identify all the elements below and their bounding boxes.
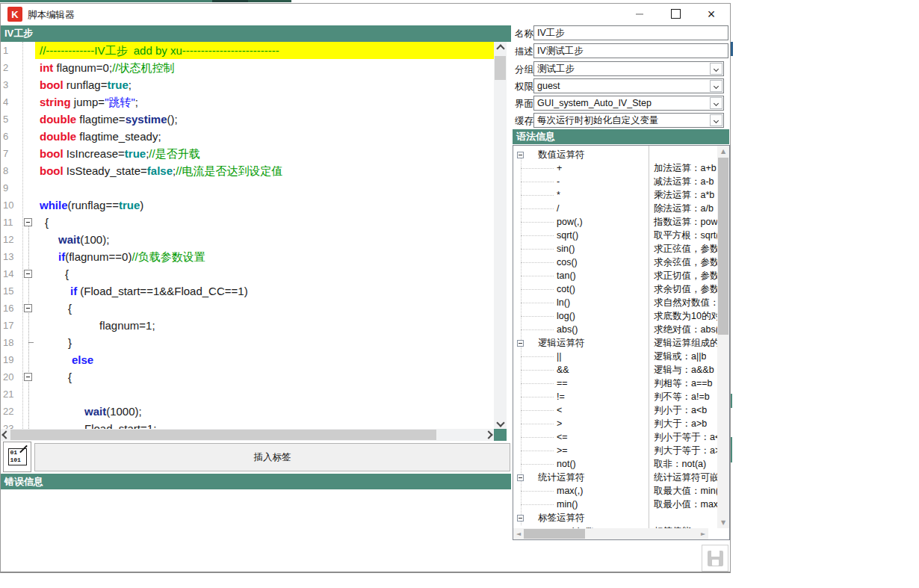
insert-tag-icon-button[interactable]: 01 101 — [3, 442, 31, 472]
combo-dropdown-button[interactable] — [710, 63, 722, 75]
syntax-tree-row[interactable]: ln()求自然对数值：ln(a) — [513, 296, 717, 309]
syntax-tree-row[interactable]: tan()求正切值，参数为角度制： — [513, 269, 717, 282]
save-button[interactable] — [702, 545, 728, 572]
syntax-tree-row[interactable]: >=判大于等于：a>=b — [513, 444, 717, 457]
syntax-tree-row[interactable]: 统计运算符统计运算符可嵌套使用，例 — [513, 471, 717, 484]
syntax-tree-row[interactable]: cos()求余弦值，参数为角度制： — [513, 256, 717, 269]
combo-dropdown-button[interactable] — [710, 97, 722, 109]
code-line[interactable]: 5double flagtime=systime(); — [1, 111, 494, 128]
syntax-tree-vertical-scrollbar[interactable]: ▲ ▼ — [717, 146, 729, 528]
fold-margin — [22, 334, 35, 351]
code-line[interactable]: 1//-------------IV工步 add by xu----------… — [1, 42, 494, 59]
syntax-tree-row[interactable]: 逻辑运算符逻辑运算组成的赋值表达式 — [513, 336, 717, 350]
syntax-tree-row[interactable]: *乘法运算：a*b — [513, 188, 717, 202]
tree-collapse-icon[interactable] — [517, 152, 524, 158]
syntax-tree-row[interactable]: /除法运算：a/b — [513, 202, 717, 215]
property-combobox[interactable]: GUI_system_Auto_IV_Step — [533, 96, 724, 111]
code-text: while(runflag==true) — [35, 196, 494, 214]
syntax-tree[interactable]: 数值运算符+加法运算：a+b-减法运算：a-b*乘法运算：a*b/除法运算：a/… — [513, 145, 730, 540]
fold-collapse-marker[interactable] — [24, 270, 32, 278]
editor-horizontal-scrollbar[interactable] — [1, 429, 494, 441]
syntax-item-label: abs() — [557, 323, 578, 336]
code-line[interactable]: 15if (Fload_start==1&&Fload_CC==1) — [1, 282, 494, 300]
code-line[interactable]: 23Fload_start=1; — [1, 420, 494, 429]
scroll-down-button[interactable]: ▼ — [717, 517, 729, 528]
code-line[interactable]: 21 — [1, 386, 494, 403]
syntax-tree-horizontal-scrollbar[interactable]: ◄ ► — [513, 528, 708, 539]
syntax-tree-row[interactable]: max(,)取最大值：min(a,b) — [513, 484, 717, 498]
syntax-tree-row[interactable]: not()取非：not(a) — [513, 457, 717, 471]
property-combobox[interactable]: 测试工步 — [533, 61, 724, 76]
scroll-down-button[interactable] — [494, 416, 507, 429]
syntax-tree-row[interactable]: ==判相等：a==b — [513, 377, 717, 390]
syntax-tree-row[interactable]: log()求底数为10的对数：cos(a — [513, 309, 717, 323]
code-line[interactable]: 13if(flagnum==0)//负载参数设置 — [1, 248, 494, 265]
scroll-up-button[interactable]: ▲ — [717, 146, 729, 157]
property-combobox[interactable]: guest — [533, 78, 724, 93]
syntax-tree-row[interactable]: >判大于：a>b — [513, 417, 717, 430]
syntax-tree-row[interactable]: sqrt()取平方根：sqrt(a) — [513, 229, 717, 242]
scrollbar-thumb[interactable] — [718, 158, 728, 335]
property-combobox[interactable]: 每次运行时初始化自定义变量 — [533, 113, 724, 128]
syntax-tree-row[interactable]: sin()求正弦值，参数为角度制： — [513, 242, 717, 256]
property-input[interactable]: IV工步 — [533, 25, 728, 40]
syntax-tree-row[interactable]: -减法运算：a-b — [513, 175, 717, 188]
code-line[interactable]: 19else — [1, 351, 494, 368]
code-line[interactable]: 20{ — [1, 368, 494, 386]
syntax-panel-header: 语法信息 — [513, 129, 729, 144]
syntax-tree-row[interactable]: !=判不等：a!=b — [513, 390, 717, 403]
code-editor[interactable]: 1//-------------IV工步 add by xu----------… — [1, 42, 494, 429]
syntax-tree-row[interactable]: <判小于：a<b — [513, 403, 717, 417]
code-line[interactable]: 12wait(100); — [1, 231, 494, 248]
tree-collapse-icon[interactable] — [517, 474, 524, 481]
syntax-tree-row[interactable]: abs()求绝对值：abs(a) — [513, 323, 717, 336]
editor-vertical-scrollbar[interactable] — [494, 42, 507, 429]
fold-collapse-marker[interactable] — [24, 218, 32, 226]
syntax-item: not() — [513, 457, 649, 471]
triangle-left-icon: ◄ — [516, 531, 521, 537]
code-line[interactable]: 22wait(1000); — [1, 403, 494, 420]
code-line[interactable]: 9 — [1, 179, 494, 196]
tree-collapse-icon[interactable] — [517, 515, 524, 522]
scrollbar-thumb[interactable] — [524, 529, 585, 539]
scrollbar-thumb[interactable] — [495, 56, 506, 80]
insert-tag-button[interactable]: 插入标签 — [34, 443, 510, 471]
syntax-tree-row[interactable]: +加法运算：a+b — [513, 161, 717, 175]
syntax-item-description: 取最大值：min(a,b) — [649, 484, 717, 498]
code-line[interactable]: 14{ — [1, 265, 494, 282]
syntax-tree-row[interactable]: pow(,)指数运算：pow(a,b) — [513, 215, 717, 229]
syntax-tree-row[interactable]: <=判小于等于：a<=b — [513, 430, 717, 444]
syntax-item-label: max(,) — [557, 484, 583, 498]
code-line[interactable]: 16{ — [1, 300, 494, 317]
syntax-item-description: 加法运算：a+b — [649, 161, 717, 175]
scroll-left-button[interactable] — [1, 429, 11, 441]
property-input[interactable]: IV测试工步 — [533, 43, 728, 58]
code-line[interactable]: 11{ — [1, 214, 494, 231]
tree-collapse-icon[interactable] — [517, 340, 524, 347]
combo-dropdown-button[interactable] — [710, 114, 722, 126]
scroll-right-button[interactable] — [483, 429, 494, 441]
fold-collapse-marker[interactable] — [24, 373, 32, 381]
code-line[interactable]: 2int flagnum=0;//状态机控制 — [1, 59, 494, 76]
syntax-tree-row[interactable]: 数值运算符 — [513, 148, 717, 161]
code-line[interactable]: 4string jump="跳转"; — [1, 93, 494, 111]
scrollbar-thumb[interactable] — [10, 430, 436, 440]
fold-collapse-marker[interactable] — [24, 304, 32, 312]
syntax-tree-row[interactable]: min()取最小值：max(a,b) — [513, 498, 717, 511]
code-line[interactable]: 7bool IsIncrease=true;//是否升载 — [1, 145, 494, 162]
syntax-tree-row[interactable]: cot()求余切值，参数为角度制： — [513, 282, 717, 296]
scroll-left-button[interactable]: ◄ — [513, 528, 524, 539]
code-line[interactable]: 6double flagtime_steady; — [1, 128, 494, 145]
combo-dropdown-button[interactable] — [710, 80, 722, 92]
scroll-up-button[interactable] — [494, 42, 507, 55]
syntax-tree-row[interactable]: ||逻辑或：a||b — [513, 350, 717, 363]
code-line[interactable]: 17flagnum=1; — [1, 317, 494, 334]
code-line[interactable]: 18} — [1, 334, 494, 351]
code-line[interactable]: 8bool IsSteady_state=false;//电流是否达到设定值 — [1, 162, 494, 179]
code-line[interactable]: 3bool runflag=true; — [1, 76, 494, 93]
syntax-tree-row[interactable]: &&逻辑与：a&&b — [513, 363, 717, 377]
property-value: guest — [537, 81, 560, 91]
syntax-tree-row[interactable]: 标签运算符 — [513, 511, 717, 524]
scroll-right-button[interactable]: ► — [698, 528, 708, 539]
code-line[interactable]: 10while(runflag==true) — [1, 196, 494, 214]
